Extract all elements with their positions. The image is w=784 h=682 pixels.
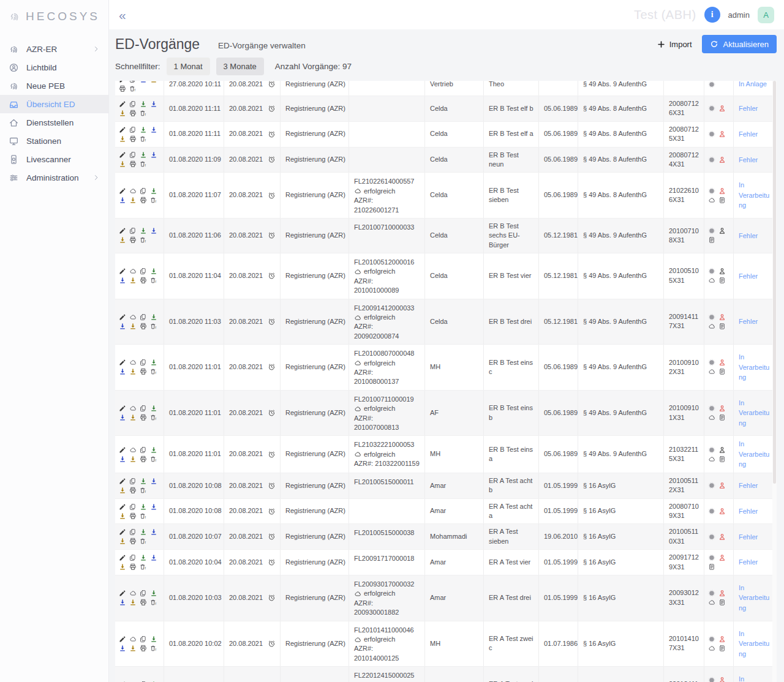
cloud-upload-icon[interactable]	[129, 187, 137, 195]
delete-action-icon[interactable]: f	[129, 85, 137, 92]
download-yellow-icon[interactable]	[119, 563, 126, 571]
copy-action-icon[interactable]	[140, 187, 147, 195]
print-action-icon[interactable]	[129, 487, 137, 494]
delete-action-icon[interactable]: f	[150, 197, 157, 204]
copy-action-icon[interactable]	[140, 446, 147, 454]
edit-action-icon[interactable]	[119, 359, 126, 366]
download-green-icon[interactable]	[150, 635, 157, 643]
print-action-icon[interactable]	[129, 236, 137, 244]
print-action-icon[interactable]	[140, 368, 147, 375]
scrollbar-thumb[interactable]	[773, 81, 776, 484]
download-green-icon[interactable]	[150, 313, 157, 321]
delete-action-icon[interactable]: f	[140, 110, 147, 117]
status-link[interactable]: In Verarbeitung	[739, 398, 773, 429]
sidebar-item-administration[interactable]: Administration	[0, 168, 108, 187]
download-yellow-icon[interactable]	[119, 160, 126, 168]
filter-3-months-button[interactable]: 3 Monate	[216, 58, 264, 75]
copy-action-icon[interactable]	[129, 503, 137, 511]
status-link[interactable]: Fehler	[739, 231, 758, 241]
cloud-upload-icon[interactable]	[129, 446, 137, 454]
info-icon[interactable]: i	[704, 7, 720, 23]
edit-action-icon[interactable]	[119, 126, 126, 133]
download-yellow-icon[interactable]	[129, 323, 137, 330]
status-link[interactable]: Fehler	[739, 129, 758, 140]
delete-action-icon[interactable]: f	[150, 455, 157, 463]
status-link[interactable]: Fehler	[739, 271, 758, 282]
download-blue-icon[interactable]	[140, 81, 147, 83]
print-action-icon[interactable]	[140, 645, 147, 652]
copy-action-icon[interactable]	[129, 478, 137, 485]
download-yellow-icon[interactable]	[150, 81, 157, 83]
delete-action-icon[interactable]: f	[140, 563, 147, 571]
download-green-icon[interactable]	[140, 528, 147, 536]
copy-action-icon[interactable]	[140, 635, 147, 643]
copy-action-icon[interactable]	[140, 590, 147, 597]
download-yellow-icon[interactable]	[119, 487, 126, 494]
status-link[interactable]: In Anlage	[739, 81, 767, 89]
edit-action-icon[interactable]	[119, 313, 126, 321]
download-green-icon[interactable]	[150, 446, 157, 454]
download-blue-icon[interactable]	[150, 478, 157, 485]
download-green-icon[interactable]	[150, 405, 157, 412]
copy-action-icon[interactable]	[140, 268, 147, 275]
download-green-icon[interactable]	[140, 503, 147, 511]
print-action-icon[interactable]	[129, 538, 137, 545]
refresh-button[interactable]: Aktualisieren	[702, 35, 777, 53]
sidebar-item-stationen[interactable]: Stationen	[0, 132, 108, 150]
edit-action-icon[interactable]	[119, 100, 126, 108]
download-yellow-icon[interactable]	[119, 538, 126, 545]
print-action-icon[interactable]	[140, 455, 147, 463]
edit-action-icon[interactable]	[119, 503, 126, 511]
status-link[interactable]: In Verarbeitung	[739, 583, 773, 613]
print-action-icon[interactable]	[140, 599, 147, 606]
delete-action-icon[interactable]: f	[140, 487, 147, 494]
edit-action-icon[interactable]	[119, 227, 126, 234]
status-link[interactable]: In Verarbeitung	[739, 180, 773, 211]
download-yellow-icon[interactable]	[129, 599, 137, 606]
sidebar-item--bersicht-ed[interactable]: Übersicht ED	[0, 95, 108, 113]
status-link[interactable]: In Verarbeitung	[739, 439, 773, 470]
status-link[interactable]: In Verarbeitung	[739, 629, 773, 659]
filter-1-month-button[interactable]: 1 Monat	[167, 58, 210, 75]
avatar[interactable]: A	[758, 7, 774, 23]
download-green-icon[interactable]	[150, 187, 157, 195]
status-link[interactable]: In Verarbeitung	[739, 352, 773, 383]
download-yellow-icon[interactable]	[129, 197, 137, 204]
download-yellow-icon[interactable]	[129, 368, 137, 375]
delete-action-icon[interactable]: f	[150, 645, 157, 652]
collapse-sidebar-icon[interactable]: «	[119, 9, 125, 21]
download-blue-icon[interactable]	[119, 197, 126, 204]
delete-action-icon[interactable]: f	[150, 414, 157, 421]
download-blue-icon[interactable]	[119, 323, 126, 330]
status-link[interactable]: In Verarbeitung	[739, 674, 773, 682]
download-green-icon[interactable]	[150, 590, 157, 597]
print-action-icon[interactable]	[140, 323, 147, 330]
edit-action-icon[interactable]	[119, 446, 126, 454]
download-blue-icon[interactable]	[119, 368, 126, 375]
download-green-icon[interactable]	[140, 554, 147, 561]
copy-action-icon[interactable]	[129, 126, 137, 133]
download-yellow-icon[interactable]	[119, 236, 126, 244]
download-green-icon[interactable]	[150, 359, 157, 366]
status-link[interactable]: Fehler	[739, 506, 758, 517]
download-blue-icon[interactable]	[119, 455, 126, 463]
download-blue-icon[interactable]	[150, 126, 157, 133]
copy-action-icon[interactable]	[129, 81, 137, 83]
copy-action-icon[interactable]	[140, 359, 147, 366]
download-blue-icon[interactable]	[150, 554, 157, 561]
edit-action-icon[interactable]	[119, 81, 126, 83]
download-yellow-icon[interactable]	[129, 645, 137, 652]
delete-action-icon[interactable]: f	[150, 277, 157, 284]
cloud-upload-icon[interactable]	[129, 313, 137, 321]
download-yellow-icon[interactable]	[129, 414, 137, 421]
copy-action-icon[interactable]	[129, 554, 137, 561]
copy-action-icon[interactable]	[140, 405, 147, 412]
edit-action-icon[interactable]	[119, 268, 126, 275]
copy-action-icon[interactable]	[129, 528, 137, 536]
print-action-icon[interactable]	[129, 512, 137, 520]
edit-action-icon[interactable]	[119, 528, 126, 536]
download-blue-icon[interactable]	[150, 151, 157, 159]
edit-action-icon[interactable]	[119, 554, 126, 561]
sidebar-item-azr-er[interactable]: AZR-ER	[0, 40, 108, 58]
download-yellow-icon[interactable]	[119, 110, 126, 117]
